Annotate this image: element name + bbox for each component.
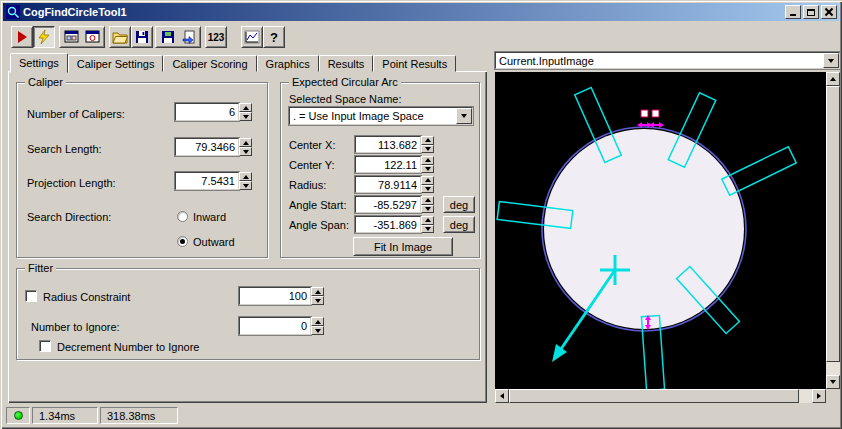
radius-constraint-label[interactable]: Radius Constraint [43, 291, 130, 303]
spinner-down-button[interactable] [239, 181, 252, 190]
deg-label: deg [450, 219, 468, 231]
fitter-group-title: Fitter [25, 262, 56, 274]
spinner-up-button[interactable] [421, 136, 434, 145]
tab-results[interactable]: Results [319, 55, 374, 72]
radius-constraint-checkbox[interactable] [25, 290, 37, 302]
decrement-checkbox[interactable] [39, 340, 51, 352]
spinner-up-button[interactable] [311, 317, 324, 326]
spinner-up-button[interactable] [421, 216, 434, 225]
fit-in-image-button[interactable]: Fit In Image [353, 237, 453, 256]
scroll-left-button[interactable] [495, 389, 509, 403]
help-icon: ? [270, 30, 278, 45]
tab-caliper-scoring[interactable]: Caliper Scoring [163, 55, 256, 72]
close-button[interactable] [821, 5, 837, 19]
angle-span-input[interactable] [355, 216, 421, 233]
image-source-combo[interactable]: Current.InputImage [495, 52, 840, 69]
projection-length-input[interactable] [175, 172, 239, 190]
angle-span-deg-button[interactable]: deg [443, 216, 475, 233]
maximize-button[interactable] [803, 5, 819, 19]
expected-arc-group: Expected Circular Arc Selected Space Nam… [280, 82, 480, 258]
open-button[interactable] [109, 26, 131, 48]
selected-space-combo[interactable]: . = Use Input Image Space [289, 107, 473, 125]
up-arrow-icon [425, 198, 431, 202]
right-arrow-icon [817, 393, 821, 399]
electric-run-button[interactable] [33, 26, 55, 48]
caliper-group-title: Caliper [25, 76, 66, 88]
expected-arc-group-title: Expected Circular Arc [289, 76, 401, 88]
profile-chart-button[interactable] [241, 26, 263, 48]
image-source-value: Current.InputImage [499, 54, 821, 68]
number-to-ignore-input[interactable] [239, 317, 311, 335]
total-time-value: 318.38ms [107, 410, 155, 422]
run-time-panel: 1.34ms [32, 407, 98, 424]
window-buttons-group [59, 26, 105, 48]
radius-input[interactable] [355, 176, 421, 193]
spinner-up-button[interactable] [239, 172, 252, 181]
save-image-button[interactable] [157, 28, 178, 46]
horizontal-scrollbar[interactable] [495, 389, 826, 403]
combo-dropdown-button[interactable] [456, 108, 472, 124]
spinner-down-button[interactable] [421, 185, 434, 194]
spinner-down-button[interactable] [421, 165, 434, 174]
spinner-down-button[interactable] [421, 225, 434, 234]
spinner-up-button[interactable] [421, 176, 434, 185]
spinner-down-button[interactable] [239, 112, 252, 121]
tab-point-results[interactable]: Point Results [373, 55, 456, 72]
outward-radio-label[interactable]: Outward [193, 236, 235, 248]
tab-caliper-settings[interactable]: Caliper Settings [68, 55, 164, 72]
scrollbar-corner [826, 389, 840, 403]
graphics-window-icon [85, 30, 101, 44]
title-bar[interactable]: CogFindCircleTool1 [3, 3, 839, 21]
search-length-spinner [239, 138, 252, 156]
number-of-calipers-input[interactable] [175, 103, 239, 121]
angle-span-spinner [421, 216, 434, 233]
tab-graphics[interactable]: Graphics [257, 55, 319, 72]
input-image-display[interactable] [495, 72, 826, 389]
run-button[interactable] [11, 26, 33, 48]
scroll-right-button[interactable] [812, 389, 826, 403]
tab-settings[interactable]: Settings [10, 53, 68, 73]
inward-radio[interactable] [177, 211, 188, 222]
image-source-dropdown-button[interactable] [823, 53, 839, 68]
spinner-down-button[interactable] [311, 296, 324, 305]
horizontal-scroll-thumb[interactable] [509, 389, 799, 403]
minimize-button[interactable] [785, 5, 801, 19]
spinner-up-button[interactable] [311, 287, 324, 296]
spinner-down-button[interactable] [311, 326, 324, 335]
vertical-scroll-thumb[interactable] [826, 86, 840, 362]
inward-radio-label[interactable]: Inward [193, 211, 226, 223]
center-x-input[interactable] [355, 136, 421, 153]
help-button[interactable]: ? [263, 26, 285, 48]
search-length-input[interactable] [175, 138, 239, 156]
outward-radio[interactable] [177, 236, 188, 247]
up-arrow-icon [243, 141, 249, 145]
spinner-up-button[interactable] [421, 196, 434, 205]
down-arrow-icon [315, 299, 321, 303]
angle-start-input[interactable] [355, 196, 421, 213]
save-button[interactable] [131, 26, 153, 48]
angle-span-label: Angle Span: [289, 219, 349, 231]
vertical-scrollbar[interactable] [826, 72, 840, 389]
spinner-up-button[interactable] [239, 103, 252, 112]
radius-constraint-spinner [311, 287, 324, 305]
spinner-down-button[interactable] [239, 147, 252, 156]
spinner-up-button[interactable] [239, 138, 252, 147]
scroll-down-button[interactable] [826, 375, 840, 389]
angle-start-deg-button[interactable]: deg [443, 196, 475, 213]
angle-start-label: Angle Start: [289, 199, 346, 211]
run-icon [15, 30, 29, 44]
scroll-up-button[interactable] [826, 72, 840, 86]
graphics-window-button[interactable] [82, 28, 103, 46]
spinner-down-button[interactable] [421, 145, 434, 154]
number-display-label: 123 [208, 32, 225, 43]
load-image-button[interactable] [178, 28, 199, 46]
results-window-button[interactable] [61, 28, 82, 46]
spinner-down-button[interactable] [421, 205, 434, 214]
spinner-up-button[interactable] [421, 156, 434, 165]
minimize-icon [790, 14, 796, 16]
number-display-button[interactable]: 123 [205, 26, 227, 48]
up-arrow-icon [830, 77, 836, 81]
center-y-input[interactable] [355, 156, 421, 173]
radius-constraint-input[interactable] [239, 287, 311, 305]
decrement-label[interactable]: Decrement Number to Ignore [57, 341, 199, 353]
